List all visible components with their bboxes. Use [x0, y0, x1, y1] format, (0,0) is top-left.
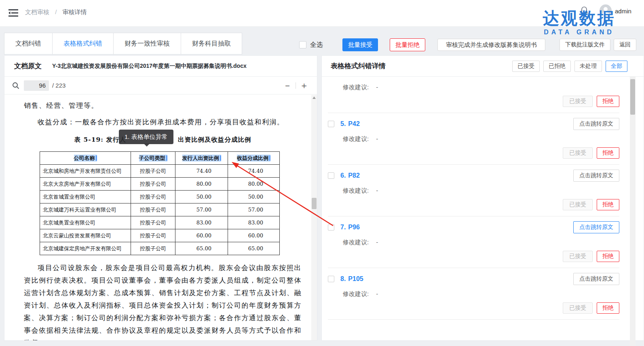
cell-company: 北京城和房地产开发有限责任公司: [40, 165, 131, 178]
cell-share: 74.40: [228, 165, 280, 178]
item-page-link[interactable]: P105: [348, 275, 363, 283]
finish-generate-button[interactable]: 审核完成并生成修改版募集说明书: [437, 39, 545, 51]
table-header-row: 公司名称 子公司类型 发行人出资比例 收益分成比例: [40, 152, 280, 165]
reject-button[interactable]: 拒绝: [597, 251, 619, 262]
review-list-scrollbar[interactable]: [630, 77, 636, 346]
document-scrollbar-thumb[interactable]: [312, 198, 317, 209]
filter-unprocessed[interactable]: 未处理: [574, 61, 602, 72]
suggestion-value: -: [376, 135, 378, 142]
user-avatar[interactable]: [600, 4, 612, 17]
table-caption-right: 出资比例及收益分成比例: [178, 136, 251, 143]
document-toolbar: / 223 － ＋: [4, 77, 317, 94]
table-row: 北京城建万科天运置业有限公司 控股子公司 57.00 57.00: [40, 203, 280, 216]
cell-company: 北京首城置业有限公司: [40, 191, 131, 203]
download-annotated-button[interactable]: 下载批注版文件: [560, 39, 610, 51]
select-all-checkbox[interactable]: [299, 41, 306, 48]
item-page-link[interactable]: P42: [348, 120, 359, 128]
cell-type: 控股子公司: [131, 165, 175, 178]
accepted-button[interactable]: 已接受: [563, 302, 593, 314]
batch-action-bar: 全选 批量接受 批量拒绝 审核完成并生成修改版募集说明书 下载批注版文件 返回: [299, 38, 636, 51]
batch-accept-button[interactable]: 批量接受: [342, 38, 378, 51]
jump-to-source-button[interactable]: 点击跳转原文: [573, 170, 619, 182]
review-list: 修改建议:- 已接受 拒绝 5. P42 点击跳转原文 修改建议:- 已接受 拒…: [322, 77, 630, 320]
issue-tooltip: 1. 表格单位异常: [119, 130, 173, 144]
item-number: 8.: [340, 275, 346, 283]
document-content: 1. 表格单位异常 销售、经营、管理等。 收益分成：一般各合作方按出资比例承担成…: [4, 94, 317, 340]
item-checkbox[interactable]: [328, 276, 334, 282]
jump-to-source-button-active[interactable]: 点击跳转原文: [573, 221, 619, 233]
suggestion-label: 修改建议:: [343, 239, 369, 245]
zoom-in-button[interactable]: ＋: [298, 80, 310, 91]
batch-reject-button[interactable]: 批量拒绝: [390, 38, 425, 51]
table-row: 北京云蒙山投资发展有限公司 控股子公司 60.00 60.00: [40, 229, 280, 242]
item-checkbox[interactable]: [328, 172, 334, 179]
cell-type: 控股子公司: [131, 191, 175, 203]
review-item-partial: 修改建议:- 已接受 拒绝: [328, 77, 619, 113]
cell-share: 50.00: [228, 191, 280, 203]
table-row: 北京首城置业有限公司 控股子公司 50.00 50.00: [40, 191, 280, 203]
filter-accepted[interactable]: 已接受: [512, 61, 540, 72]
item-number: 7.: [340, 224, 346, 231]
cell-ratio: 50.00: [175, 191, 228, 203]
cell-company: 北京城奥置业有限公司: [40, 216, 131, 229]
suggestion-row: 修改建议:-: [343, 290, 619, 298]
doc-paragraph-2: 收益分成：一般各合作方按出资比例承担成本费用，分享项目收益和利润。: [24, 116, 302, 128]
table-header-type: 子公司类型: [139, 155, 167, 161]
document-scrollbar[interactable]: [311, 95, 317, 340]
review-panel-header: 表格格式纠错详情 已接受 已拒绝 未处理 全部: [322, 56, 644, 77]
cell-ratio: 74.40: [175, 165, 228, 178]
tab-financial-subject-extraction[interactable]: 财务科目抽取: [181, 33, 242, 55]
document-panel-header: 文档原文 Y-3北京城建投资发展股份有限公司2017年度第一期中期票据募集说明书…: [4, 56, 317, 77]
cell-share: 83.00: [228, 216, 280, 229]
page-number-input[interactable]: [24, 80, 49, 91]
jump-to-source-button[interactable]: 点击跳转原文: [573, 273, 619, 285]
item-checkbox[interactable]: [328, 224, 334, 231]
accepted-button[interactable]: 已接受: [563, 96, 593, 107]
doc-paragraph-3: 项目公司设股东会，股东会是项目公司最高权力机构。股东会会议由股东按照出资比例行使…: [24, 262, 302, 340]
item-page-link[interactable]: P82: [348, 172, 359, 179]
table-row: 北京城和房地产开发有限责任公司 控股子公司 74.40 74.40: [40, 165, 280, 178]
reject-button[interactable]: 拒绝: [597, 96, 619, 107]
filter-group: 已接受 已拒绝 未处理 全部: [509, 61, 627, 72]
cell-type: 控股子公司: [131, 229, 175, 242]
suggestion-row: 修改建议:-: [343, 84, 619, 91]
jump-to-source-button[interactable]: 点击跳转原文: [573, 118, 619, 130]
notification-bell-icon[interactable]: [579, 6, 589, 16]
cell-company: 北京城建保定房地产开发有限公司: [40, 242, 131, 255]
breadcrumb-separator: /: [55, 8, 57, 15]
subsidiary-table: 公司名称 子公司类型 发行人出资比例 收益分成比例 北京城和房地产开发有限责任公…: [40, 151, 280, 255]
item-page-link[interactable]: P96: [348, 224, 359, 231]
page-total-label: / 223: [52, 82, 65, 89]
accepted-button[interactable]: 已接受: [563, 251, 593, 262]
doc-paragraph-1: 销售、经营、管理等。: [24, 99, 302, 112]
breadcrumb: 文档审核 / 审核详情: [25, 8, 87, 16]
document-filename: Y-3北京城建投资发展股份有限公司2017年度第一期中期票据募集说明书.docx: [52, 63, 247, 70]
suggestion-value: -: [376, 187, 378, 194]
cell-ratio: 83.00: [175, 216, 228, 229]
review-list-scrollbar-thumb[interactable]: [630, 79, 635, 115]
filter-rejected[interactable]: 已拒绝: [543, 61, 571, 72]
tab-financial-consistency[interactable]: 财务一致性审核: [113, 33, 181, 55]
reject-button[interactable]: 拒绝: [597, 199, 619, 210]
tab-doc-correction[interactable]: 文档纠错: [4, 33, 53, 55]
cell-type: 控股子公司: [131, 242, 175, 255]
username-label: admin: [615, 8, 631, 15]
collapse-menu-icon[interactable]: [8, 8, 19, 18]
magnifier-icon: [12, 82, 20, 90]
scroll-up-arrow-icon[interactable]: [312, 96, 316, 99]
breadcrumb-doc-review[interactable]: 文档审核: [25, 8, 49, 15]
suggestion-value: -: [376, 84, 378, 90]
item-checkbox[interactable]: [328, 121, 334, 127]
suggestion-label: 修改建议:: [343, 187, 369, 194]
zoom-out-button[interactable]: －: [282, 80, 293, 91]
review-item-p82: 6. P82 点击跳转原文 修改建议:- 已接受 拒绝: [328, 170, 619, 216]
accepted-button[interactable]: 已接受: [563, 199, 593, 210]
reject-button[interactable]: 拒绝: [597, 147, 619, 159]
review-panel: 表格格式纠错详情 已接受 已拒绝 未处理 全部 修改建议:- 已接受 拒绝 5.…: [321, 55, 644, 341]
reject-button[interactable]: 拒绝: [597, 302, 619, 314]
accepted-button[interactable]: 已接受: [563, 147, 593, 159]
back-button[interactable]: 返回: [614, 39, 636, 51]
suggestion-row: 修改建议:-: [343, 187, 619, 195]
filter-all[interactable]: 全部: [606, 61, 627, 72]
tab-table-format-correction[interactable]: 表格格式纠错: [52, 33, 114, 55]
